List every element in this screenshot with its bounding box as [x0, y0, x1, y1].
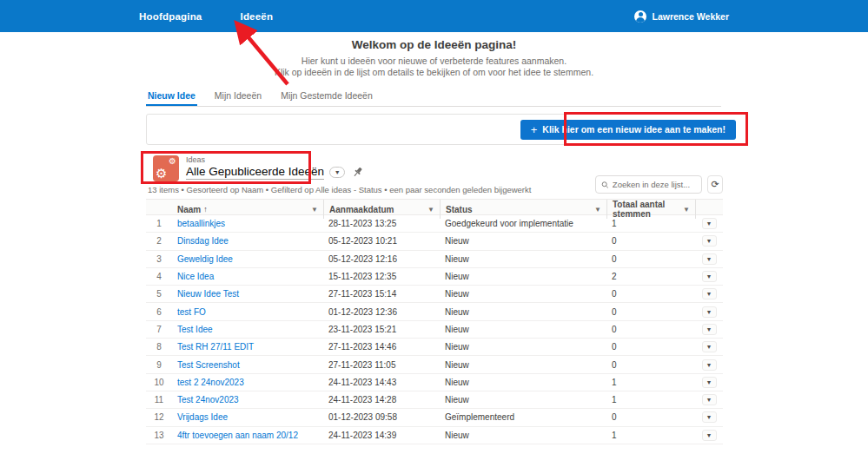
row-number: 11: [146, 395, 172, 405]
table-row: 4 Nice Idea 15-11-2023 12:35 Nieuw 2 ▼: [146, 268, 723, 286]
idea-votes-cell: 1: [606, 219, 695, 228]
idea-name-cell: Test Idee: [172, 325, 323, 334]
chevron-down-icon[interactable]: ▼: [683, 206, 690, 214]
idea-status-cell: Nieuw: [440, 289, 606, 299]
row-actions-dropdown[interactable]: ▼: [702, 288, 717, 299]
idea-name-link[interactable]: Vrijdags Idee: [177, 412, 228, 422]
pin-icon[interactable]: [350, 166, 364, 180]
row-actions-dropdown[interactable]: ▼: [702, 324, 717, 335]
idea-status-cell: Nieuw: [440, 360, 606, 370]
search-input[interactable]: [613, 180, 696, 189]
idea-votes-cell: 1: [606, 431, 695, 440]
idea-name-link[interactable]: Geweldig Idee: [177, 254, 233, 264]
list-view-name[interactable]: Alle Gepubliceerde Ideeën: [186, 165, 324, 180]
row-number: 9: [146, 360, 172, 370]
list-view-selector-dropdown[interactable]: ▼: [329, 167, 345, 178]
table-body: 1 betaallinkjes 28-11-2023 13:25 Goedgek…: [146, 215, 723, 444]
list-view-header: ⚙ ⚙ Ideas Alle Gepubliceerde Ideeën ▼: [153, 155, 364, 181]
idea-name-link[interactable]: 4ftr toevoegen aan naam 20/12: [177, 431, 298, 440]
row-actions-dropdown[interactable]: ▼: [702, 359, 717, 371]
chevron-down-icon[interactable]: ▼: [427, 206, 434, 214]
idea-name-link[interactable]: Nice Idea: [177, 272, 214, 281]
row-actions-dropdown[interactable]: ▼: [702, 271, 717, 282]
idea-votes-cell: 2: [606, 272, 695, 281]
row-actions-dropdown[interactable]: ▼: [702, 430, 717, 441]
tab-mijn-ideeen[interactable]: Mijn Ideeën: [213, 88, 263, 106]
row-actions-dropdown[interactable]: ▼: [702, 306, 717, 318]
idea-name-link[interactable]: Dinsdag Idee: [177, 236, 229, 246]
row-actions-dropdown[interactable]: ▼: [702, 411, 717, 423]
header-rownum: [146, 200, 172, 219]
search-icon: [601, 181, 609, 189]
table-row: 6 test FO 01-12-2023 12:36 Nieuw 0 ▼: [146, 303, 723, 320]
row-actions-dropdown[interactable]: ▼: [702, 394, 717, 405]
header-stemmen[interactable]: Totaal aantal stemmen ▼: [606, 200, 695, 219]
table-row: 9 Test Screenshot 27-11-2023 11:05 Nieuw…: [146, 356, 723, 373]
ideas-object-icon: ⚙ ⚙: [153, 155, 179, 181]
row-number: 6: [146, 307, 172, 317]
table-row: 11 Test 24nov2023 24-11-2023 14:28 Nieuw…: [146, 391, 723, 409]
idea-name-link[interactable]: Test RH 27/11 EDIT: [177, 342, 254, 352]
create-idea-button[interactable]: + Klik hier om een nieuw idee aan te mak…: [520, 120, 736, 140]
plus-icon: +: [531, 124, 538, 135]
list-meta-text: 13 items • Gesorteerd op Naam • Gefilter…: [148, 185, 531, 194]
idea-status-cell: Goedgekeurd voor implementatie: [440, 219, 606, 228]
row-actions-dropdown[interactable]: ▼: [702, 235, 717, 247]
header-aanmaakdatum-label: Aanmaakdatum: [329, 205, 394, 214]
nav-item-hoofdpagina[interactable]: Hoofdpagina: [139, 11, 202, 22]
idea-name-link[interactable]: test FO: [177, 307, 206, 317]
table-row: 2 Dinsdag Idee 05-12-2023 10:21 Nieuw 0 …: [146, 233, 723, 250]
welcome-line-1: Hier kunt u ideeën voor nieuwe of verbet…: [0, 56, 868, 67]
row-number: 3: [146, 254, 172, 264]
tab-mijn-gestemde-ideeen[interactable]: Mijn Gestemde Ideeën: [279, 88, 374, 106]
row-number: 10: [146, 378, 172, 387]
idea-name-link[interactable]: Test Idee: [177, 325, 213, 334]
gear-icon: ⚙: [169, 157, 176, 166]
chevron-down-icon[interactable]: ▼: [311, 206, 318, 214]
row-number: 13: [146, 431, 172, 440]
row-actions-dropdown[interactable]: ▼: [702, 218, 717, 229]
header-status[interactable]: Status ▼: [440, 200, 606, 219]
idea-name-cell: Test 24nov2023: [172, 395, 323, 405]
header-naam[interactable]: Naam ↑ ▼: [172, 200, 323, 219]
idea-date-cell: 01-12-2023 12:36: [323, 307, 440, 317]
idea-name-cell: test FO: [172, 307, 323, 317]
tab-nieuw-idee[interactable]: Nieuw Idee: [146, 88, 197, 106]
row-actions-dropdown[interactable]: ▼: [702, 377, 717, 388]
user-avatar-icon: [634, 10, 646, 23]
idea-date-cell: 24-11-2023 14:39: [323, 431, 440, 440]
chevron-down-icon[interactable]: ▼: [594, 206, 601, 214]
idea-name-cell: Dinsdag Idee: [172, 236, 323, 246]
idea-status-cell: Nieuw: [440, 325, 606, 334]
idea-name-cell: Test RH 27/11 EDIT: [172, 342, 323, 352]
idea-status-cell: Nieuw: [440, 378, 606, 387]
idea-name-link[interactable]: test 2 24nov2023: [177, 378, 244, 387]
nav-item-ideeen[interactable]: Ideeën: [240, 11, 273, 22]
page: Hoofdpagina Ideeën Lawrence Wekker Welko…: [0, 0, 868, 467]
object-label: Ideas: [186, 155, 364, 165]
row-number: 1: [146, 219, 172, 228]
idea-date-cell: 24-11-2023 14:28: [323, 395, 440, 405]
idea-date-cell: 28-11-2023 13:25: [323, 219, 440, 228]
user-menu[interactable]: Lawrence Wekker: [634, 10, 729, 23]
idea-votes-cell: 0: [606, 307, 695, 317]
idea-name-cell: betaallinkjes: [172, 219, 323, 228]
idea-status-cell: Nieuw: [440, 431, 606, 440]
ideas-table: Naam ↑ ▼ Aanmaakdatum ▼ Status ▼ Totaal …: [146, 199, 723, 444]
idea-status-cell: Nieuw: [440, 236, 606, 246]
header-aanmaakdatum[interactable]: Aanmaakdatum ▼: [323, 200, 440, 219]
idea-name-cell: Nieuw Idee Test: [172, 289, 323, 299]
idea-name-link[interactable]: Test 24nov2023: [177, 395, 239, 405]
idea-votes-cell: 0: [606, 342, 695, 352]
table-row: 5 Nieuw Idee Test 27-11-2023 15:14 Nieuw…: [146, 286, 723, 303]
row-actions-dropdown[interactable]: ▼: [702, 253, 717, 265]
create-idea-panel: + Klik hier om een nieuw idee aan te mak…: [146, 114, 747, 145]
idea-votes-cell: 1: [606, 378, 695, 387]
idea-name-link[interactable]: Nieuw Idee Test: [177, 289, 239, 299]
row-actions-dropdown[interactable]: ▼: [702, 341, 717, 352]
idea-name-link[interactable]: betaallinkjes: [177, 219, 225, 228]
welcome-line-2: Klik op ideeën in de lijst om details te…: [0, 67, 868, 78]
idea-votes-cell: 0: [606, 412, 695, 422]
refresh-button[interactable]: ⟳: [707, 175, 723, 194]
idea-name-link[interactable]: Test Screenshot: [177, 360, 240, 370]
